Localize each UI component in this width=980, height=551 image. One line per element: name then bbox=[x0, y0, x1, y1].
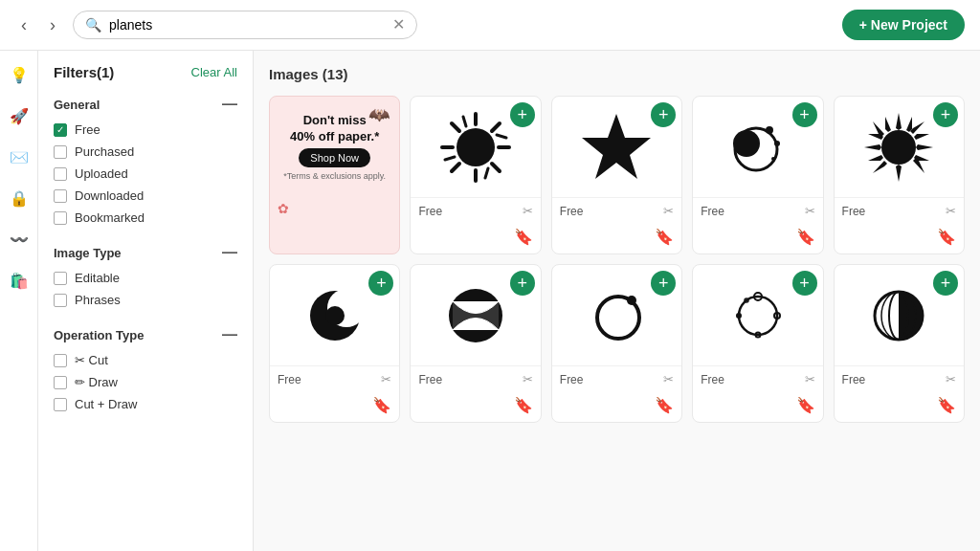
star-bookmark-icon[interactable]: 🔖 bbox=[655, 228, 674, 246]
downloaded-label: Downloaded bbox=[75, 188, 144, 203]
bat-icon: 🦇 bbox=[368, 104, 390, 125]
new-project-button[interactable]: + New Project bbox=[842, 10, 965, 40]
draw-checkbox[interactable] bbox=[54, 376, 67, 389]
svg-point-19 bbox=[881, 130, 916, 165]
general-collapse-icon[interactable]: — bbox=[222, 96, 237, 113]
add-star-button[interactable]: + bbox=[651, 102, 676, 127]
star-footer: Free ✂ bbox=[552, 197, 681, 224]
add-half-planet-button[interactable]: + bbox=[933, 271, 958, 296]
image-card-ringed-planet[interactable]: + Free ✂ 🔖 bbox=[551, 264, 682, 423]
filter-item-purchased[interactable]: Purchased bbox=[54, 144, 237, 159]
image-card-star[interactable]: + Free ✂ 🔖 bbox=[551, 96, 682, 254]
free-checkbox[interactable] bbox=[54, 123, 67, 137]
clear-all-button[interactable]: Clear All bbox=[191, 65, 237, 79]
image-type-collapse-icon[interactable]: — bbox=[222, 244, 237, 261]
spiky-sun-bookmark-row: 🔖 bbox=[835, 224, 964, 253]
downloaded-checkbox[interactable] bbox=[54, 189, 67, 203]
half-planet-bookmark-icon[interactable]: 🔖 bbox=[937, 396, 956, 414]
svg-marker-26 bbox=[910, 121, 924, 134]
crescent-planet-footer: Free ✂ bbox=[270, 365, 399, 392]
moon-orbit-footer: Free ✂ bbox=[693, 197, 822, 224]
moon-orbit-bookmark-icon[interactable]: 🔖 bbox=[796, 228, 815, 246]
moon-orbit-free-label: Free bbox=[701, 205, 724, 218]
clear-search-button[interactable]: ✕ bbox=[392, 17, 405, 33]
cut-label: ✂ Cut bbox=[75, 353, 108, 367]
crescent-planet-bookmark-icon[interactable]: 🔖 bbox=[372, 396, 391, 414]
sun-free-label: Free bbox=[418, 205, 442, 218]
sidebar-icon-envelope[interactable]: ✉️ bbox=[6, 144, 33, 170]
filter-item-free[interactable]: Free bbox=[54, 122, 237, 137]
search-icon: 🔍 bbox=[85, 17, 101, 33]
draw-label: ✏ Draw bbox=[75, 375, 118, 389]
ringed-planet-bookmark-icon[interactable]: 🔖 bbox=[655, 396, 674, 414]
purchased-checkbox[interactable] bbox=[54, 145, 67, 159]
ad-card[interactable]: 🦇 Don't miss40% off paper.* Shop Now *Te… bbox=[269, 96, 400, 254]
cut-draw-checkbox[interactable] bbox=[54, 398, 67, 411]
star-footer-icons: ✂ bbox=[663, 204, 674, 218]
uploaded-checkbox[interactable] bbox=[54, 167, 67, 181]
filter-title: Filters(1) bbox=[54, 64, 114, 80]
sidebar-icon-bag[interactable]: 🛍️ bbox=[6, 268, 33, 294]
sidebar-icon-wave[interactable]: 〰️ bbox=[6, 227, 33, 253]
svg-point-40 bbox=[739, 297, 777, 335]
svg-line-11 bbox=[445, 157, 455, 160]
dots-orbit-bookmark-icon[interactable]: 🔖 bbox=[796, 396, 815, 414]
operation-type-collapse-icon[interactable]: — bbox=[222, 326, 237, 343]
operation-type-section-title: Operation Type — bbox=[54, 326, 237, 343]
filter-item-phrases[interactable]: Phrases bbox=[54, 293, 237, 307]
search-bar: 🔍 ✕ bbox=[73, 11, 417, 39]
add-tennis-planet-button[interactable]: + bbox=[510, 271, 535, 296]
svg-marker-30 bbox=[868, 155, 883, 161]
forward-button[interactable]: › bbox=[44, 11, 61, 39]
add-sun-button[interactable]: + bbox=[510, 102, 535, 127]
ringed-planet-free-label: Free bbox=[560, 373, 584, 386]
filter-item-uploaded[interactable]: Uploaded bbox=[54, 166, 237, 181]
add-spiky-sun-button[interactable]: + bbox=[933, 102, 958, 127]
filter-item-cut-draw[interactable]: Cut + Draw bbox=[54, 397, 237, 411]
filter-item-cut[interactable]: ✂ Cut bbox=[54, 353, 237, 367]
sun-footer-icons: ✂ bbox=[523, 204, 533, 218]
svg-line-6 bbox=[492, 164, 500, 171]
sidebar-icon-lock[interactable]: 🔒 bbox=[6, 186, 33, 211]
svg-line-12 bbox=[497, 135, 506, 138]
tennis-planet-bookmark-icon[interactable]: 🔖 bbox=[514, 396, 533, 414]
half-planet-bookmark-row: 🔖 bbox=[835, 392, 964, 422]
image-card-spiky-sun[interactable]: + bbox=[834, 96, 965, 254]
image-card-sun[interactable]: + bbox=[410, 96, 541, 254]
svg-point-15 bbox=[733, 130, 760, 157]
sun-bookmark-icon[interactable]: 🔖 bbox=[514, 228, 533, 246]
editable-checkbox[interactable] bbox=[54, 272, 67, 285]
add-dots-orbit-button[interactable]: + bbox=[792, 271, 817, 296]
svg-line-10 bbox=[485, 168, 488, 178]
dots-orbit-free-label: Free bbox=[701, 373, 724, 386]
image-card-crescent-planet[interactable]: + Free ✂ 🔖 bbox=[269, 264, 400, 423]
add-ringed-planet-button[interactable]: + bbox=[651, 271, 676, 296]
svg-marker-13 bbox=[582, 114, 651, 179]
operation-type-filter-section: Operation Type — ✂ Cut ✏ Draw Cut + Draw bbox=[54, 326, 237, 411]
image-card-half-planet[interactable]: + Free ✂ 🔖 bbox=[834, 264, 965, 423]
filter-panel: Filters(1) Clear All General — Free Purc… bbox=[38, 51, 254, 551]
spiky-sun-bookmark-icon[interactable]: 🔖 bbox=[937, 228, 956, 246]
ad-shop-button[interactable]: Shop Now bbox=[299, 148, 370, 167]
image-card-dots-orbit[interactable]: + Free ✂ 🔖 bbox=[692, 264, 823, 423]
filter-item-editable[interactable]: Editable bbox=[54, 271, 237, 285]
svg-line-5 bbox=[452, 123, 459, 131]
image-card-moon-orbit[interactable]: + Free ✂ 🔖 bbox=[692, 96, 823, 254]
back-button[interactable]: ‹ bbox=[15, 11, 33, 39]
filter-item-draw[interactable]: ✏ Draw bbox=[54, 375, 237, 389]
sidebar-icon-lightbulb[interactable]: 💡 bbox=[6, 62, 33, 88]
image-card-tennis-planet[interactable]: + Free ✂ 🔖 bbox=[410, 264, 541, 423]
add-moon-orbit-button[interactable]: + bbox=[792, 102, 817, 127]
phrases-checkbox[interactable] bbox=[54, 294, 67, 307]
filter-item-bookmarked[interactable]: Bookmarked bbox=[54, 210, 237, 225]
svg-marker-33 bbox=[914, 134, 929, 140]
search-input[interactable] bbox=[109, 17, 385, 33]
spiky-sun-footer-icons: ✂ bbox=[946, 204, 956, 218]
ringed-planet-footer: Free ✂ bbox=[552, 365, 681, 392]
image-type-filter-section: Image Type — Editable Phrases bbox=[54, 244, 237, 307]
bookmarked-checkbox[interactable] bbox=[54, 211, 67, 225]
cut-checkbox[interactable] bbox=[54, 354, 67, 367]
filter-item-downloaded[interactable]: Downloaded bbox=[54, 188, 237, 203]
svg-marker-31 bbox=[868, 134, 883, 140]
sidebar-icon-rocket[interactable]: 🚀 bbox=[6, 103, 33, 129]
